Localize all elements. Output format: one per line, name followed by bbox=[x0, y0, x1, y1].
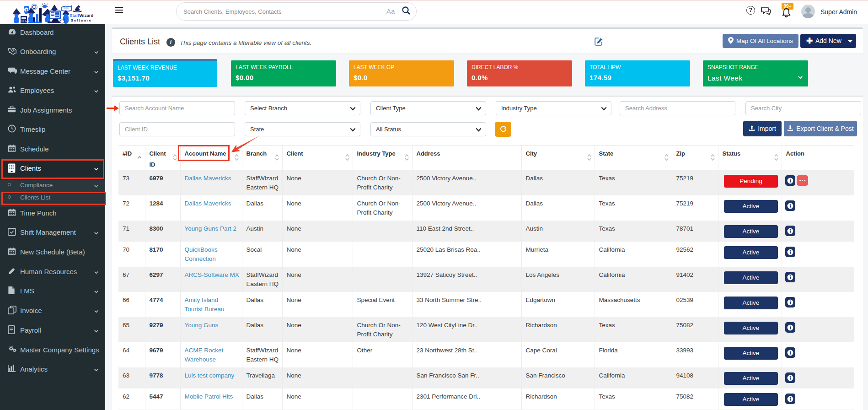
svg-text:$: $ bbox=[26, 8, 28, 12]
svg-text:StaffWizard: StaffWizard bbox=[70, 13, 93, 18]
svg-text:Software: Software bbox=[71, 18, 91, 22]
